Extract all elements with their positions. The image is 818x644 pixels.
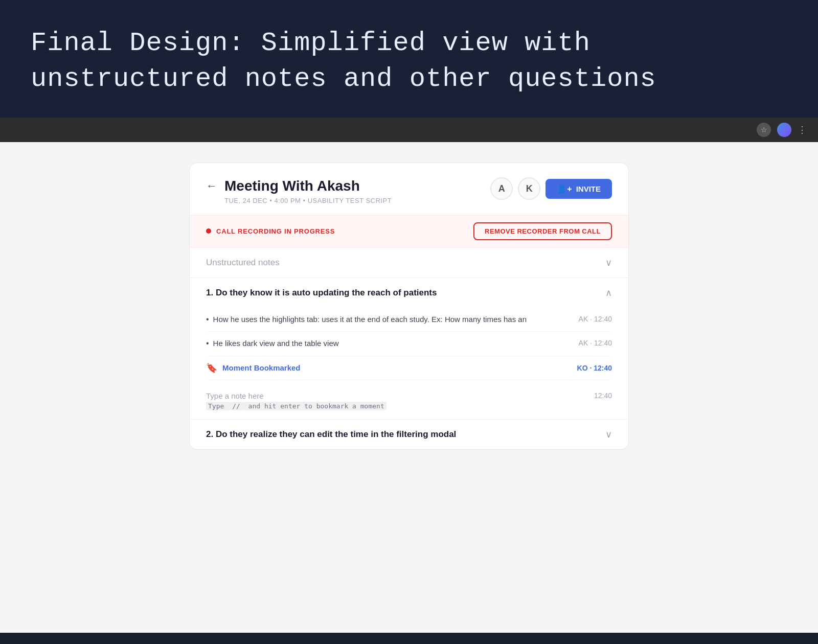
note-text-1: How he uses the highlights tab: uses it …	[213, 314, 527, 326]
unstructured-notes-row[interactable]: Unstructured notes ∨	[190, 248, 628, 278]
note-item-2-left: • He likes dark view and the table view	[206, 338, 571, 350]
question-2-row[interactable]: 2. Do they realize they can edit the tim…	[190, 420, 628, 449]
note-input-placeholder: Type a note here	[206, 392, 264, 400]
question-1-header[interactable]: 1. Do they know it is auto updating the …	[190, 278, 628, 308]
note-hint: Type // and hit enter to bookmark a mome…	[206, 402, 612, 410]
hint-code: //	[230, 402, 242, 410]
meeting-header-right: A K 👤+ INVITE	[490, 177, 612, 200]
star-icon[interactable]: ☆	[757, 123, 771, 137]
header-title: Final Design: Simplified view with unstr…	[31, 26, 787, 97]
bullet-icon-1: •	[206, 315, 209, 324]
bookmark-icon: 🔖	[206, 362, 217, 374]
meeting-card: ← Meeting With Akash TUE, 24 DEC • 4:00 …	[189, 163, 629, 450]
question-2-chevron-down-icon: ∨	[605, 429, 612, 440]
bookmark-label: Moment Bookmarked	[222, 363, 301, 372]
person-add-icon: 👤+	[557, 184, 572, 194]
recording-banner: CALL RECORDING IN PROGRESS REMOVE RECORD…	[190, 215, 628, 248]
question-1-block: 1. Do they know it is auto updating the …	[190, 278, 628, 420]
invite-button[interactable]: 👤+ INVITE	[546, 179, 612, 199]
meeting-title: Meeting With Akash	[224, 177, 392, 195]
note-meta-2: AK · 12:40	[579, 339, 612, 347]
meeting-header: ← Meeting With Akash TUE, 24 DEC • 4:00 …	[190, 163, 628, 215]
chevron-up-icon: ∧	[605, 287, 612, 298]
more-options-icon[interactable]: ⋮	[798, 124, 808, 135]
meeting-header-left: ← Meeting With Akash TUE, 24 DEC • 4:00 …	[206, 177, 392, 204]
bookmark-left: 🔖 Moment Bookmarked	[206, 362, 301, 374]
note-item-1: • How he uses the highlights tab: uses i…	[206, 308, 612, 332]
note-input-top: Type a note here 12:40	[206, 392, 612, 400]
unstructured-notes-label: Unstructured notes	[206, 258, 280, 268]
note-input-area[interactable]: Type a note here 12:40 Type // and hit e…	[190, 384, 628, 419]
content-area: ← Meeting With Akash TUE, 24 DEC • 4:00 …	[0, 142, 818, 633]
note-item-2: • He likes dark view and the table view …	[206, 332, 612, 356]
bookmark-row: 🔖 Moment Bookmarked KO · 12:40	[206, 356, 612, 380]
back-button[interactable]: ←	[206, 179, 217, 193]
question-1-title: 1. Do they know it is auto updating the …	[206, 288, 437, 298]
bookmark-meta: KO · 12:40	[577, 364, 612, 372]
notes-list: • How he uses the highlights tab: uses i…	[190, 308, 628, 384]
question-2-title: 2. Do they realize they can edit the tim…	[206, 429, 456, 440]
chrome-toolbar: ☆ ⋮	[0, 118, 818, 142]
avatar-k: K	[518, 177, 540, 200]
user-avatar	[777, 123, 791, 137]
remove-recorder-button[interactable]: REMOVE RECORDER FROM CALL	[473, 222, 612, 240]
recording-dot-icon	[206, 228, 211, 234]
note-text-2: He likes dark view and the table view	[213, 338, 339, 350]
avatar-a: A	[490, 177, 513, 200]
header-banner: Final Design: Simplified view with unstr…	[0, 0, 818, 118]
note-input-time: 12:40	[594, 392, 612, 400]
recording-status: CALL RECORDING IN PROGRESS	[206, 227, 335, 235]
chevron-down-icon: ∨	[605, 257, 612, 268]
bullet-icon-2: •	[206, 339, 209, 348]
note-item-1-left: • How he uses the highlights tab: uses i…	[206, 314, 571, 326]
meeting-subtitle: TUE, 24 DEC • 4:00 PM • USABILITY TEST S…	[224, 197, 392, 204]
note-meta-1: AK · 12:40	[579, 315, 612, 323]
meeting-title-block: Meeting With Akash TUE, 24 DEC • 4:00 PM…	[224, 177, 392, 204]
